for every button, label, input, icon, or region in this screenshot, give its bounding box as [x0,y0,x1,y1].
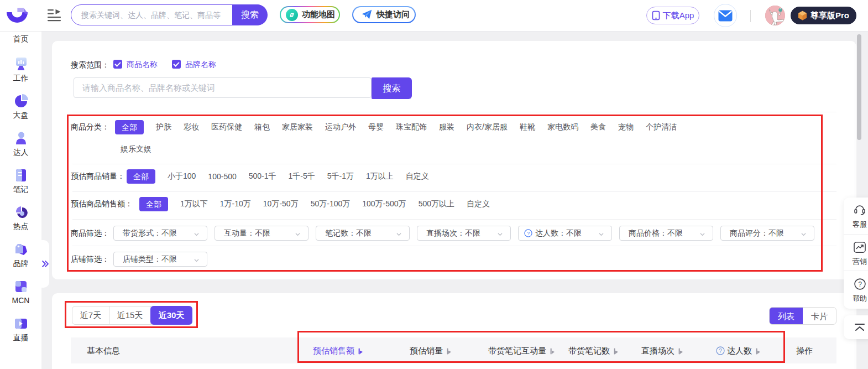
svg-text:?: ? [527,231,530,236]
svg-text:?: ? [719,348,722,354]
svg-text:?: ? [858,280,862,288]
